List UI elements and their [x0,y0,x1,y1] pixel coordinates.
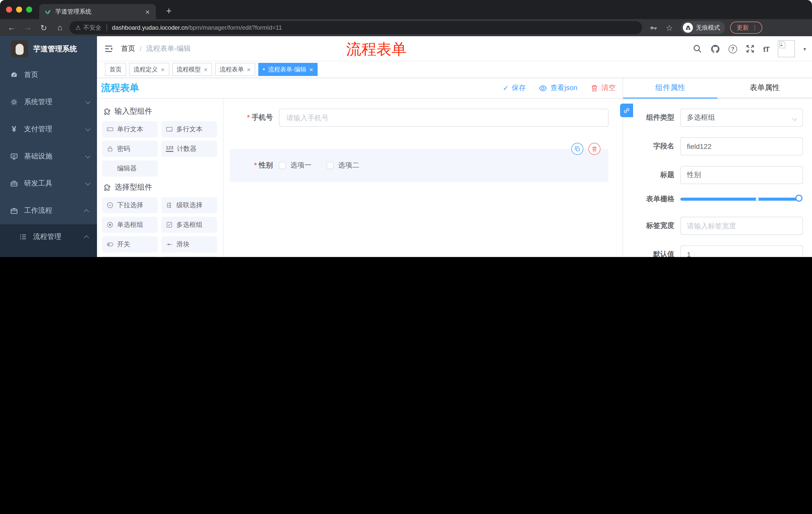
sidebar-item-process-management[interactable]: 流程管理 [0,224,97,249]
minimize-window-button[interactable] [16,6,22,12]
search-icon[interactable] [693,44,702,53]
item-label: 级联选择 [176,201,203,210]
tag-process-form[interactable]: 流程表单 × [215,63,255,76]
font-size-icon[interactable]: tT [763,45,769,53]
sidebar-item-process-form[interactable]: 流程表单 [0,249,97,257]
palette-item-counter[interactable]: 123 计数器 [161,141,217,157]
form-canvas[interactable]: 手机号 [224,99,622,257]
panel-body: 组件类型 多选框组 字段名 [623,99,812,257]
url-bar[interactable]: ⚠ 不安全 dashboard.yudao.iocoder.cn/bpm/man… [69,21,642,34]
sidebar-item-infrastructure[interactable]: 基础设施 [0,143,97,170]
github-icon[interactable] [710,44,720,54]
save-label: 保存 [512,83,526,92]
list-icon [19,233,27,241]
home-icon[interactable]: ⌂ [53,21,66,34]
key-icon[interactable] [649,23,658,32]
canvas-field-gender-selected[interactable]: 性别 选项一 选项二 [230,149,609,182]
component-type-select[interactable]: 多选框组 [680,109,803,127]
item-label: 多行文本 [176,125,203,134]
security-label[interactable]: 不安全 [83,23,102,32]
sidebar-item-home[interactable]: 首页 [0,61,97,88]
palette-item-single-text[interactable]: 单行文本 [102,121,158,137]
item-label: 单行文本 [117,125,143,134]
gender-option-1[interactable]: 选项一 [279,161,312,170]
close-window-button[interactable] [6,6,12,12]
trash-icon [590,84,599,92]
tag-home[interactable]: 首页 [105,63,126,76]
sidebar-collapse-icon[interactable] [104,44,113,53]
update-button[interactable]: 更新 ⋮ [730,22,762,34]
default-value-input[interactable] [680,245,803,257]
palette-item-time-picker[interactable]: 时间选择 [102,256,158,257]
reload-icon[interactable]: ↻ [37,21,50,34]
browser-menu-icon[interactable]: ⋮ [752,24,758,31]
checkbox-icon[interactable] [279,162,286,169]
toolbox-icon [10,180,18,188]
delete-component-button[interactable] [588,143,601,155]
phone-input[interactable] [279,109,609,127]
item-label: 滑块 [176,240,190,249]
slider-handle[interactable] [795,195,803,202]
gender-option-2[interactable]: 选项二 [327,161,359,170]
canvas-field-phone[interactable]: 手机号 [230,109,609,127]
url-host: dashboard.yudao.iocoder.cn [112,24,188,31]
save-button[interactable]: ✓ 保存 [503,83,526,92]
default-value-label: 默认值 [631,250,674,257]
bookmark-star-icon[interactable]: ☆ [663,21,676,34]
palette-item-editor[interactable]: 编辑器 [102,160,158,177]
forward-icon[interactable]: → [21,21,34,34]
palette-item-textarea[interactable]: 多行文本 [161,121,217,137]
breadcrumb-home[interactable]: 首页 [121,44,135,53]
tag-process-form-edit[interactable]: ● 流程表单-编辑 × [258,63,318,76]
tag-close-icon[interactable]: × [161,65,165,73]
title-input[interactable] [680,166,803,184]
tag-process-model[interactable]: 流程模型 × [172,63,212,76]
palette-item-switch[interactable]: 开关 [102,236,158,252]
gender-label: 性别 [230,161,279,170]
sidebar-item-system[interactable]: 系统管理 [0,88,97,116]
label-width-input[interactable] [680,217,803,235]
sidebar-item-workflow[interactable]: 工作流程 [0,197,97,224]
item-label: 密码 [117,144,130,154]
zoom-window-button[interactable] [26,6,32,12]
tag-process-definition[interactable]: 流程定义 × [129,63,169,76]
tab-component-props[interactable]: 组件属性 [623,78,718,99]
phone-label: 手机号 [230,113,279,122]
browser-tab[interactable]: 芋道管理系统 × [39,4,156,19]
duplicate-component-button[interactable] [571,143,583,155]
palette-item-slider[interactable]: 滑块 [161,236,217,252]
palette-item-cascader[interactable]: 级联选择 [161,197,217,213]
incognito-icon [683,23,693,33]
palette-item-password[interactable]: 密码 [102,141,158,157]
tab-close-icon[interactable]: × [144,8,151,15]
breadcrumb-current: 流程表单-编辑 [146,44,191,53]
chevron-down-icon [85,99,90,104]
tag-close-icon[interactable]: × [309,65,313,73]
avatar-caret-icon[interactable]: ▾ [804,46,806,52]
active-dot-icon: ● [263,67,265,72]
link-tag[interactable] [620,104,633,117]
palette-item-time-range[interactable]: 时间范围 [161,256,217,257]
grid-slider[interactable] [680,198,798,201]
view-json-button[interactable]: 查看json [539,83,577,92]
copy-icon [574,146,580,152]
help-icon[interactable]: ? [729,45,737,53]
puzzle-icon [103,107,111,115]
palette-item-checkbox-group[interactable]: 多选框组 [161,217,217,233]
field-name-input[interactable] [680,137,803,155]
tag-close-icon[interactable]: × [204,65,207,73]
sidebar-item-payment[interactable]: ¥ 支付管理 [0,116,97,143]
avatar[interactable] [778,40,795,57]
back-icon[interactable]: ← [5,21,18,34]
fullscreen-icon[interactable] [746,44,755,53]
new-tab-button[interactable]: + [162,4,176,18]
sidebar-item-devtools[interactable]: 研发工具 [0,170,97,197]
panel-tabs: 组件属性 表单属性 [623,78,812,99]
palette-item-select[interactable]: 下拉选择 [102,197,158,213]
tag-close-icon[interactable]: × [247,65,251,73]
broken-image-icon [778,41,786,49]
checkbox-icon[interactable] [327,162,334,169]
clear-button[interactable]: 清空 [590,83,615,92]
palette-item-radio-group[interactable]: 单选框组 [102,217,158,233]
tab-form-props[interactable]: 表单属性 [718,78,812,99]
